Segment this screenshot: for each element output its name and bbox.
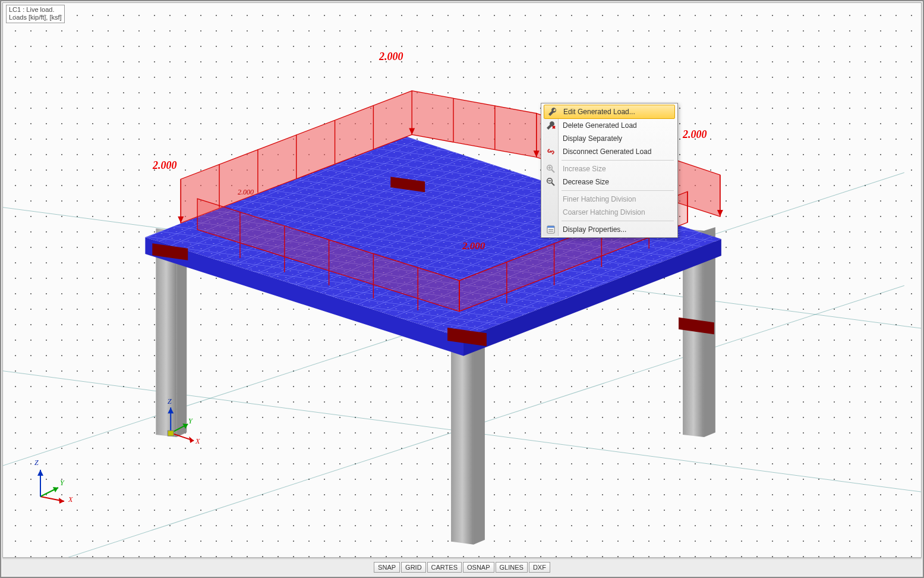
axis-z-label: Z — [34, 458, 39, 467]
svg-marker-62 — [37, 470, 43, 476]
axis-x-label: X — [68, 495, 72, 504]
status-toggle-snap[interactable]: SNAP — [374, 562, 400, 573]
status-bar: SNAP GRID CARTES OSNAP GLINES DXF — [2, 558, 922, 576]
svg-rect-68 — [547, 226, 554, 228]
status-toggle-glines[interactable]: GLINES — [496, 562, 528, 573]
global-axis-triad: X Y Z — [31, 461, 73, 502]
menu-item-decrease-size[interactable]: Decrease Size — [543, 175, 676, 189]
menu-item-display-separately[interactable]: Display Separately — [543, 132, 676, 145]
menu-item-increase-size: Increase Size — [543, 162, 676, 175]
menu-item-label: Delete Generated Load — [563, 121, 637, 130]
load-units-label: Loads [kip/ft], [ksf] — [9, 14, 62, 21]
menu-item-label: Edit Generated Load... — [563, 108, 635, 116]
menu-item-disconnect-generated-load[interactable]: Disconnect Generated Load — [543, 145, 676, 158]
svg-rect-69 — [548, 229, 553, 230]
menu-item-finer-hatching: Finer Hatching Division — [543, 193, 676, 206]
load-value-label: 2.000 — [379, 51, 403, 62]
menu-item-label: Display Separately — [563, 134, 622, 143]
axis-x-label: X — [195, 437, 200, 446]
scene-svg — [3, 3, 921, 558]
menu-item-display-properties[interactable]: Display Properties... — [543, 223, 676, 236]
menu-item-label: Coarser Hatching Division — [563, 208, 645, 216]
menu-item-label: Increase Size — [563, 165, 606, 173]
svg-marker-6 — [474, 326, 485, 545]
unlink-icon — [545, 146, 556, 157]
load-value-label: 2.000 — [462, 241, 485, 252]
wrench-x-icon — [545, 120, 556, 131]
menu-item-label: Disconnect Generated Load — [563, 147, 651, 156]
menu-item-edit-generated-load[interactable]: Edit Generated Load... — [544, 105, 675, 119]
status-toggle-osnap[interactable]: OSNAP — [463, 562, 494, 573]
menu-separator — [562, 190, 674, 191]
status-toggle-grid[interactable]: GRID — [401, 562, 426, 573]
svg-marker-51 — [189, 436, 194, 443]
menu-item-label: Display Properties... — [563, 225, 626, 234]
load-case-label: LC1 : Live load. — [9, 6, 62, 14]
svg-rect-70 — [548, 231, 553, 231]
menu-item-label: Finer Hatching Division — [563, 195, 636, 203]
menu-separator — [562, 160, 674, 161]
status-toggle-dxf[interactable]: DXF — [529, 562, 550, 573]
menu-separator — [562, 221, 674, 221]
load-value-label-small: 2.000 — [238, 187, 254, 197]
menu-item-coarser-hatching: Coarser Hatching Division — [543, 206, 676, 219]
svg-line-64 — [551, 169, 554, 172]
viewport-info-box: LC1 : Live load. Loads [kip/ft], [ksf] — [6, 5, 65, 23]
svg-marker-5 — [451, 327, 474, 545]
axis-y-label: Y — [60, 479, 64, 488]
wrench-icon — [547, 106, 558, 117]
svg-rect-56 — [168, 431, 174, 436]
load-value-label: 2.000 — [683, 129, 707, 140]
status-toggle-cartes[interactable]: CARTES — [427, 562, 462, 573]
app-frame: 2.000 2.000 2.000 2.000 2.000 LC1 : Live… — [0, 0, 924, 578]
viewport-3d[interactable]: 2.000 2.000 2.000 2.000 2.000 LC1 : Live… — [2, 2, 922, 558]
zoom-out-icon — [545, 177, 556, 187]
menu-item-delete-generated-load[interactable]: Delete Generated Load — [543, 119, 676, 132]
menu-item-label: Decrease Size — [563, 178, 609, 186]
axis-z-label: Z — [168, 397, 172, 406]
load-value-label: 2.000 — [153, 160, 177, 171]
zoom-in-icon — [545, 164, 556, 174]
axis-y-label: Y — [188, 417, 193, 426]
column — [451, 326, 485, 545]
svg-line-66 — [551, 183, 554, 186]
context-menu: Edit Generated Load... Delete Generated … — [541, 103, 678, 238]
properties-icon — [545, 224, 556, 235]
